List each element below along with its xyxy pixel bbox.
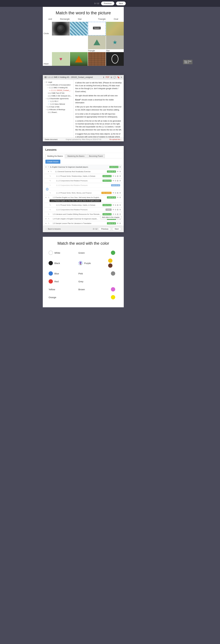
copy-icon-1-2-2[interactable]: ⧉	[115, 208, 116, 211]
copy-icon-1-3[interactable]: ⧉	[115, 213, 116, 215]
eye-icon-1-5[interactable]: 👁	[117, 222, 119, 224]
table-icon[interactable]: ⊞	[111, 76, 112, 78]
image-cell-star[interactable]: ★	[106, 36, 124, 49]
tree-item-shareholder[interactable]: ▸ 1.2 Shareholder agreements	[43, 97, 73, 100]
gear-icon-1-3[interactable]: ⚙ Add slide to the chapter	[119, 213, 121, 215]
tree-item-contact-unsigned[interactable]: ▸ 1.1.1.1 150102_Contact_...	[43, 89, 73, 92]
tree-item-certificates[interactable]: ▸ 1.1 Certificates of incorporation	[43, 84, 73, 86]
image-cell-heart[interactable]: ♥	[52, 52, 70, 66]
lesson-title-1-2: 1.2 Practise English on Your Own: Self-s…	[50, 196, 106, 198]
previous-button-bottom[interactable]: Previous	[99, 227, 111, 231]
copy-icon-1-1-2[interactable]: ⧉	[115, 180, 116, 182]
eye-icon-1-2-1[interactable]: 👁	[113, 204, 114, 206]
lesson-tooltip-1-2: 1.1.2 Practise English on Your Own: Self…	[50, 200, 101, 202]
eye-icon-1-2[interactable]: 👁	[117, 196, 119, 198]
eye-icon-1-1[interactable]: 👁	[117, 170, 119, 172]
tree-item-board[interactable]: 1.1.1 Board...	[43, 111, 73, 114]
edit-icon-1-1-1[interactable]: ✎	[50, 175, 51, 177]
image-cell-oval[interactable]	[106, 52, 124, 66]
tree-item-sme-tech[interactable]: 1.1.2 SME Tech IP AG	[43, 92, 73, 94]
pdf-icon[interactable]: PDF	[106, 76, 109, 78]
copy-icon-1-2-1[interactable]: ⧉	[115, 204, 116, 206]
edit-icon-1-3[interactable]: ✎	[48, 213, 49, 215]
add-chapter-popup[interactable]: Add slide to the chapter	[100, 216, 121, 219]
create-lesson-button[interactable]: Create lesson	[45, 160, 60, 164]
reupload-btn[interactable]: Re-upload doc...	[109, 138, 122, 140]
document-sidebar[interactable]: ▾ 1 Legal ▸ 1.1 Certificates of incorpor…	[43, 80, 73, 138]
expand-btn-1-5[interactable]: ▾	[46, 222, 47, 224]
image-cell-lens[interactable]	[52, 22, 70, 36]
lesson-icons-1-5: 👁 ⚙	[117, 222, 121, 224]
scroll-icon[interactable]: ↺	[46, 188, 48, 190]
edit-icon-1-2[interactable]: ✎	[48, 196, 49, 198]
image-cell-green-beige[interactable]	[106, 22, 124, 36]
edit-icon-1-5[interactable]: ✎	[48, 222, 49, 224]
copy-icon-1-1-1[interactable]: ⧉	[115, 175, 116, 177]
trash-icon-1-2-2[interactable]: 🗑	[117, 208, 119, 211]
expand-btn-1[interactable]: ▾	[46, 166, 47, 168]
expand-btn-1-2[interactable]: ▾	[46, 196, 47, 198]
tree-item-smex-holding[interactable]: ▸ 1.1.1 SME-X Holding AG	[43, 86, 73, 89]
edit-icon-1-4[interactable]: ✎	[48, 218, 49, 220]
expand-btn-1-4[interactable]: ▾	[46, 218, 47, 220]
image-cell-triangle[interactable]	[88, 36, 106, 49]
edit-icon-1-1[interactable]: ✎	[50, 171, 52, 172]
image-cell-dashed[interactable]: Square	[88, 22, 106, 36]
tree-item-sme-de[interactable]: 1.1.3 SME-X DE Verkaufs Gm...	[43, 94, 73, 97]
edit-icon-1[interactable]: ✎	[48, 166, 49, 168]
tree-item-minutes[interactable]: ▸ 1.4 Minutes of Meetings	[43, 108, 73, 111]
purple-label: Purple	[84, 262, 91, 264]
gear-icon-1-2-2[interactable]: ⚙	[119, 208, 121, 211]
close-icon[interactable]: ×	[121, 76, 122, 78]
image-cell-brick[interactable]	[88, 52, 106, 66]
download-icon[interactable]: ⬇	[103, 76, 104, 78]
back-to-lessons-btn[interactable]: ← Back to lessons	[45, 228, 61, 230]
trash-icon-1-1-4[interactable]: 🗑	[117, 192, 119, 194]
delete-document-btn[interactable]: Delete document	[45, 138, 57, 140]
trash-icon-1-1-1[interactable]: 🗑	[117, 175, 119, 177]
gear-icon-1-1[interactable]: ⚙	[119, 170, 121, 172]
tab-mastering-basics[interactable]: Mastering the Basics	[65, 154, 86, 158]
eye-icon-1-1-4[interactable]: 👁	[113, 192, 114, 194]
eye-icon-1-1-2[interactable]: 👁	[113, 180, 114, 182]
gear-icon-1[interactable]: ⚙	[119, 166, 121, 168]
eye-icon-1-1-1[interactable]: 👁	[113, 175, 114, 177]
tree-item-chain[interactable]: ▾ 1.3 Chain of title	[43, 106, 73, 108]
edit-icon-1-1-4[interactable]: ✎	[50, 192, 51, 194]
next-button-top[interactable]: Next	[116, 2, 126, 5]
tree-item-legal[interactable]: ▾ 1 Legal	[43, 81, 73, 84]
white-circle	[49, 250, 53, 255]
edit-icon-1-2-2[interactable]: ✎	[50, 209, 51, 211]
copy-icon-1-1-4[interactable]: ⧉	[115, 192, 116, 194]
tab-becoming-fluent[interactable]: Becoming Fluent	[87, 154, 105, 158]
image-cell-diamond[interactable]	[70, 22, 88, 36]
gear-icon-1-5[interactable]: ⚙	[119, 222, 121, 224]
gear-icon-1-1-1[interactable]: ⚙	[119, 175, 121, 177]
gear-icon-1-1-4[interactable]: ⚙	[119, 192, 121, 194]
edit-icon-1-2-1[interactable]: ✎	[50, 204, 51, 206]
gear-icon-1-2-1[interactable]: ⚙	[119, 204, 121, 206]
bookmark-icon[interactable]: 🔖	[117, 76, 120, 78]
badge-1-1-2: Active for all	[102, 180, 112, 182]
tab-building-basics[interactable]: Building the Basics	[45, 154, 65, 158]
eye-icon-1-2-2[interactable]: 👁	[113, 208, 114, 211]
edit-icon-1-1-2[interactable]: ✎	[50, 180, 51, 182]
color-cell-gold-brown	[107, 257, 119, 270]
trash-icon-1-2-1[interactable]: 🗑	[117, 204, 119, 206]
hamburger-icon[interactable]	[44, 76, 47, 78]
lens-inner-circle	[57, 25, 65, 32]
eye-icon-1-3[interactable]: 👁	[113, 213, 114, 215]
next-button-bottom[interactable]: Next	[112, 227, 121, 231]
gear-icon-1-2[interactable]: ⚙	[119, 196, 121, 198]
tree-item-pey[interactable]: 📄 1.2.1 PE-Y	[43, 100, 73, 103]
expand-btn-1-1[interactable]: ▾	[48, 171, 50, 172]
tree-item-heinz[interactable]: 📄 1.2.2 Heinz Sbhmid	[43, 103, 73, 106]
edit-icon-1-1-2-italic[interactable]: ✎	[50, 184, 51, 186]
trash-icon-1-3[interactable]: 🗑	[117, 213, 119, 215]
chat-icon[interactable]: 💬	[114, 76, 116, 78]
previous-button-top[interactable]: Previous	[101, 2, 115, 5]
trash-icon-1-1-2[interactable]: 🗑	[117, 180, 119, 182]
gear-icon-1-1-2[interactable]: ⚙	[119, 180, 121, 182]
image-cell-forest[interactable]	[70, 52, 88, 66]
page-indicator-bottom: 3 / 12	[93, 228, 97, 230]
